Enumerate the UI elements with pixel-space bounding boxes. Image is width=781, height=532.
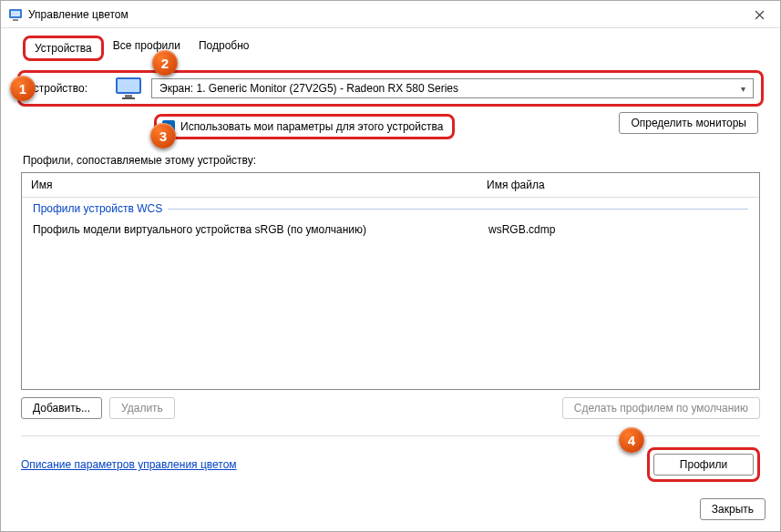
profile-name: Профиль модели виртуального устройства s… [33,223,488,236]
svg-rect-2 [13,19,18,21]
identify-monitors-button[interactable]: Определить мониторы [619,112,758,134]
svg-rect-5 [125,95,132,97]
monitor-icon [115,77,142,100]
profile-file: wsRGB.cdmp [488,223,748,236]
badge-2: 2 [152,50,178,76]
divider [21,435,760,436]
window-title: Управление цветом [28,8,128,21]
set-default-profile-button[interactable]: Сделать профилем по умолчанию [562,397,760,419]
col-header-file[interactable]: Имя файла [487,179,750,191]
tab-advanced[interactable]: Подробно [190,36,259,61]
window-close-button[interactable] [738,1,780,28]
svg-rect-6 [122,97,135,99]
svg-rect-4 [118,79,139,92]
profile-actions: Добавить... Удалить Сделать профилем по … [21,397,760,419]
tab-strip: Устройства Все профили Подробно [23,36,764,61]
profile-row[interactable]: Профиль модели виртуального устройства s… [22,220,759,240]
badge-4: 4 [619,427,644,453]
add-profile-button[interactable]: Добавить... [21,397,102,419]
profiles-listview[interactable]: Имя Имя файла Профили устройств WCS Проф… [21,172,760,390]
profiles-group-wcs: Профили устройств WCS [22,198,759,220]
svg-rect-1 [11,11,20,16]
device-select-value: Экран: 1. Generic Monitor (27V2G5) - Rad… [159,82,458,95]
close-button[interactable]: Закрыть [700,498,766,520]
help-link[interactable]: Описание параметров управления цветом [21,458,237,471]
badge-3: 3 [150,123,176,148]
device-select[interactable]: Экран: 1. Generic Monitor (27V2G5) - Rad… [151,78,754,98]
col-header-name[interactable]: Имя [31,179,487,191]
chevron-down-icon: ▾ [741,84,745,94]
profiles-label: Профили, сопоставляемые этому устройству… [23,154,764,167]
device-label: Устройство: [27,82,106,95]
profiles-button-highlight: Профили [647,447,760,482]
badge-1: 1 [10,76,36,101]
app-icon [8,7,23,22]
remove-profile-button[interactable]: Удалить [109,397,175,419]
titlebar: Управление цветом [1,1,780,28]
color-management-window: Управление цветом Устройства Все профили… [0,0,781,532]
tab-devices[interactable]: Устройства [23,36,104,61]
profiles-header: Имя Имя файла [22,173,759,198]
profiles-button[interactable]: Профили [653,454,754,476]
device-row: Устройство: Экран: 1. Generic Monitor (2… [17,70,764,107]
